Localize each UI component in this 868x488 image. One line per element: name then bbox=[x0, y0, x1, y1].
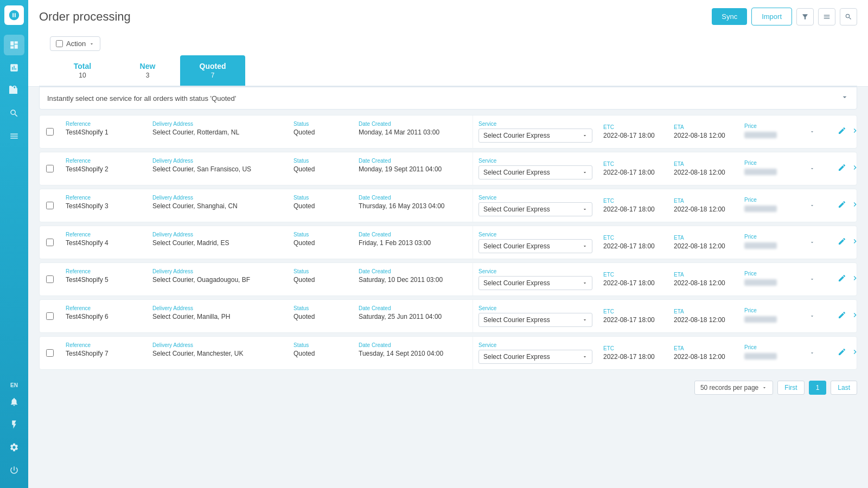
orders-list: Reference Test4Shopify 1 Delivery Addres… bbox=[39, 115, 857, 370]
last-page-button[interactable]: Last bbox=[831, 381, 857, 395]
action-dropdown[interactable]: Action bbox=[50, 36, 100, 51]
address-value-6: Select Courier, Manilla, PH bbox=[152, 313, 283, 320]
detail-arrow-3[interactable] bbox=[851, 200, 859, 211]
detail-arrow-6[interactable] bbox=[851, 311, 859, 322]
edit-button-4[interactable] bbox=[838, 237, 846, 248]
service-dropdown-7[interactable]: Select Courier Express bbox=[478, 350, 592, 364]
service-name-2: Select Courier Express bbox=[483, 169, 550, 176]
service-name-5: Select Courier Express bbox=[483, 279, 550, 287]
detail-arrow-2[interactable] bbox=[851, 163, 859, 174]
search-icon-button[interactable] bbox=[840, 8, 857, 25]
tab-quoted[interactable]: Quoted 7 bbox=[180, 55, 245, 86]
select-all-checkbox[interactable] bbox=[56, 40, 63, 47]
power-icon[interactable] bbox=[4, 460, 24, 480]
service-dropdown-3[interactable]: Select Courier Express bbox=[478, 202, 592, 216]
checkbox-4[interactable] bbox=[46, 239, 54, 246]
edit-button-2[interactable] bbox=[838, 163, 846, 174]
tab-total[interactable]: Total 10 bbox=[50, 55, 115, 86]
sidebar-item-dashboard[interactable] bbox=[4, 35, 24, 55]
list-icon-button[interactable] bbox=[818, 8, 835, 25]
first-page-button[interactable]: First bbox=[777, 381, 804, 395]
page-title: Order processing bbox=[39, 10, 131, 24]
date-label: Date Created bbox=[359, 342, 467, 348]
per-page-dropdown[interactable]: 50 records per page bbox=[694, 381, 773, 395]
row-checkbox-3[interactable] bbox=[40, 189, 60, 222]
sync-button[interactable]: Sync bbox=[712, 8, 747, 25]
app-logo[interactable] bbox=[4, 5, 24, 25]
edit-button-5[interactable] bbox=[838, 274, 846, 285]
service-dropdown-4[interactable]: Select Courier Express bbox=[478, 239, 592, 253]
detail-arrow-5[interactable] bbox=[851, 274, 859, 285]
eta-field-7: ETA 2022-08-18 12:00 bbox=[668, 345, 739, 361]
language-label[interactable]: EN bbox=[10, 382, 18, 388]
edit-button-6[interactable] bbox=[838, 311, 846, 322]
row-checkbox-7[interactable] bbox=[40, 337, 60, 369]
address-label: Delivery Address bbox=[152, 305, 283, 311]
row-checkbox-4[interactable] bbox=[40, 226, 60, 259]
checkbox-7[interactable] bbox=[46, 349, 54, 357]
date-field-5: Date Created Saturday, 10 Dec 2011 03:00 bbox=[353, 268, 473, 290]
status-value-3: Quoted bbox=[293, 202, 348, 210]
eta-field-1: ETA 2022-08-18 12:00 bbox=[668, 124, 739, 139]
edit-button-7[interactable] bbox=[838, 348, 846, 358]
page-header: Order processing Sync Import Action bbox=[28, 0, 868, 87]
checkbox-6[interactable] bbox=[46, 312, 54, 320]
status-value-4: Quoted bbox=[293, 239, 348, 247]
gear-icon[interactable] bbox=[4, 437, 24, 458]
sidebar-item-search[interactable] bbox=[4, 103, 24, 124]
checkbox-2[interactable] bbox=[46, 165, 54, 172]
row-checkbox-2[interactable] bbox=[40, 152, 60, 185]
tab-new[interactable]: New 3 bbox=[115, 55, 180, 86]
eta-value-5: 2022-08-18 12:00 bbox=[674, 279, 733, 287]
checkbox-5[interactable] bbox=[46, 275, 54, 283]
date-label: Date Created bbox=[359, 195, 467, 201]
notifications-icon[interactable] bbox=[4, 391, 24, 412]
import-button[interactable]: Import bbox=[751, 8, 792, 25]
date-field-3: Date Created Thursday, 16 May 2013 04:00 bbox=[353, 195, 473, 216]
reference-value-1: Test4Shopify 1 bbox=[66, 129, 142, 136]
detail-arrow-1[interactable] bbox=[851, 126, 859, 137]
checkbox-1[interactable] bbox=[46, 128, 54, 136]
etc-field-6: ETC 2022-08-17 18:00 bbox=[598, 309, 668, 324]
order-service-6: Service Select Courier Express ETC 2022-… bbox=[473, 300, 831, 332]
edit-button-3[interactable] bbox=[838, 200, 846, 211]
reference-field-7: Reference Test4Shopify 7 bbox=[60, 342, 147, 364]
filter-icon-button[interactable] bbox=[796, 8, 814, 25]
service-name-6: Select Courier Express bbox=[483, 316, 550, 324]
eta-col-label: ETA bbox=[674, 161, 733, 167]
status-value-5: Quoted bbox=[293, 276, 348, 284]
bolt-icon[interactable] bbox=[4, 414, 24, 435]
row-checkbox-5[interactable] bbox=[40, 263, 60, 296]
eta-value-2: 2022-08-18 12:00 bbox=[674, 169, 733, 176]
detail-arrow-7[interactable] bbox=[851, 348, 859, 358]
status-label: Status bbox=[293, 342, 348, 348]
status-label: Status bbox=[293, 158, 348, 164]
service-dropdown-5[interactable]: Select Courier Express bbox=[478, 276, 592, 290]
sidebar-item-analytics[interactable] bbox=[4, 57, 24, 78]
address-field-3: Delivery Address Select Courier, Shangha… bbox=[147, 195, 288, 216]
table-row: Reference Test4Shopify 7 Delivery Addres… bbox=[39, 336, 857, 370]
service-dropdown-6[interactable]: Select Courier Express bbox=[478, 313, 592, 327]
table-row: Reference Test4Shopify 1 Delivery Addres… bbox=[39, 115, 857, 149]
price-blur-5 bbox=[744, 279, 777, 286]
quick-action-bar: Instantly select one service for all ord… bbox=[39, 87, 857, 110]
service-dropdown-1[interactable]: Select Courier Express bbox=[478, 129, 592, 143]
current-page-button[interactable]: 1 bbox=[809, 381, 827, 395]
eta-value-7: 2022-08-18 12:00 bbox=[674, 353, 733, 361]
eta-col-label: ETA bbox=[674, 345, 733, 351]
row-checkbox-6[interactable] bbox=[40, 300, 60, 332]
date-value-4: Friday, 1 Feb 2013 03:00 bbox=[359, 239, 467, 247]
address-field-4: Delivery Address Select Courier, Madrid,… bbox=[147, 232, 288, 253]
table-row: Reference Test4Shopify 4 Delivery Addres… bbox=[39, 226, 857, 259]
sidebar-item-orders[interactable] bbox=[4, 80, 24, 101]
row-checkbox-1[interactable] bbox=[40, 115, 60, 148]
reference-label: Reference bbox=[66, 158, 142, 164]
order-actions-1 bbox=[831, 115, 866, 148]
checkbox-3[interactable] bbox=[46, 202, 54, 209]
address-field-5: Delivery Address Select Courier, Ouagado… bbox=[147, 268, 288, 290]
edit-button-1[interactable] bbox=[838, 126, 846, 137]
detail-arrow-4[interactable] bbox=[851, 237, 859, 248]
quick-bar-chevron[interactable] bbox=[840, 93, 849, 104]
service-dropdown-2[interactable]: Select Courier Express bbox=[478, 165, 592, 179]
sidebar-item-settings-nav[interactable] bbox=[4, 126, 24, 146]
